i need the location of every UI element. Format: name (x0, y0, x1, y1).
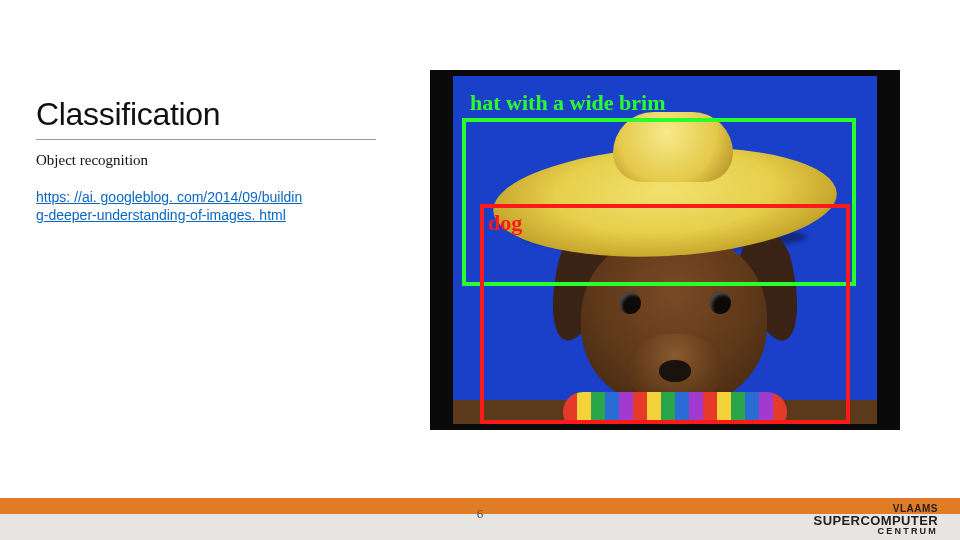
detections-figure: hat with a wide brim dog (430, 70, 900, 430)
slide-subtitle: Object recognition (36, 152, 416, 169)
page-number: 6 (477, 506, 484, 522)
slide-title: Classification (36, 96, 416, 133)
logo-line3: CENTRUM (814, 527, 938, 536)
bbox-hat-label: hat with a wide brim (470, 90, 666, 116)
logo: VLAAMS SUPERCOMPUTER CENTRUM (814, 504, 938, 536)
source-link[interactable]: https: //ai. googleblog. com/2014/09/bui… (36, 189, 346, 224)
source-link-line2: g-deeper-understanding-of-images. html (36, 207, 286, 223)
footer: 6 VLAAMS SUPERCOMPUTER CENTRUM (0, 486, 960, 540)
text-column: Classification Object recognition https:… (36, 96, 416, 224)
bbox-dog (480, 204, 850, 424)
source-link-line1: https: //ai. googleblog. com/2014/09/bui… (36, 189, 302, 205)
title-divider (36, 139, 376, 140)
bbox-dog-label: dog (488, 210, 522, 236)
slide: Classification Object recognition https:… (0, 0, 960, 540)
